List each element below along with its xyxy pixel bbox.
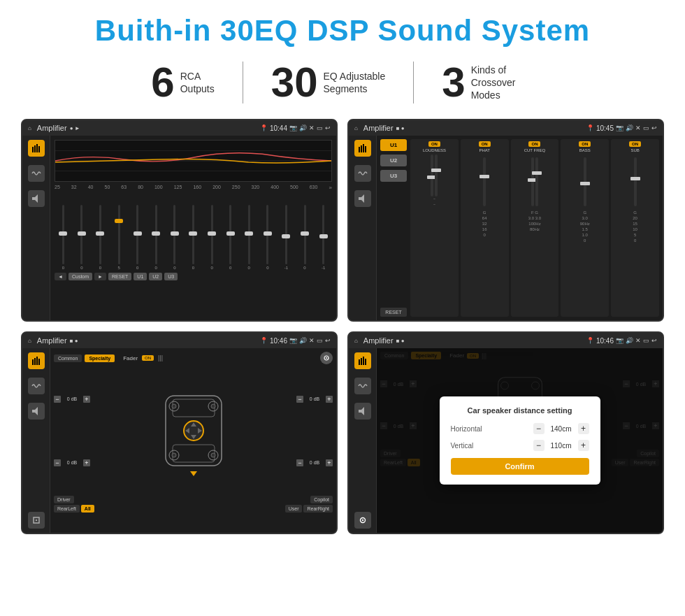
speaker-settings-icon[interactable] [320, 352, 333, 364]
screen-eq: ⌂ Amplifier ● ► 📍 10:44 📷 🔊 ✕ ▭ ↩ [21, 119, 338, 322]
dialog-plus-horizontal[interactable]: + [578, 423, 589, 434]
svg-rect-13 [32, 359, 34, 365]
svg-rect-9 [361, 145, 362, 152]
stat-item-rca: 6 RCA Outputs [123, 62, 243, 103]
main-title: Buith-in 30EQ DSP Sound System [21, 14, 664, 48]
eq-slider-2: 0 [92, 205, 109, 270]
eq-u1-btn[interactable]: U1 [134, 273, 147, 280]
screen-content-1: 25 32 40 50 63 80 100 125 160 200 250 32… [50, 136, 336, 320]
eq-prev-btn[interactable]: ◄ [55, 273, 66, 280]
sp-minus-bl[interactable]: − [54, 459, 61, 466]
sidebar-expand-icon-4[interactable] [354, 512, 371, 529]
mixer-reset[interactable]: RESET [380, 308, 407, 317]
mixer-loudness: ON LOUDNESS ~~ [410, 139, 459, 317]
eq-reset-btn[interactable]: RESET [108, 273, 131, 280]
eq-curve-svg [55, 141, 331, 181]
sidebar-speaker-icon[interactable] [28, 190, 45, 207]
eq-sliders: 0 0 0 5 0 0 0 0 0 0 0 0 -1 0 -1 [55, 193, 332, 270]
svg-rect-3 [38, 146, 40, 152]
sidebar-wave-icon-2[interactable] [354, 165, 371, 182]
sidebar-wave-icon[interactable] [28, 165, 45, 182]
eq-u2-btn[interactable]: U2 [149, 273, 162, 280]
sidebar-wave-icon-4[interactable] [354, 378, 371, 394]
eq-chart [55, 140, 332, 182]
btn-rearright[interactable]: RearRight [303, 505, 333, 513]
svg-rect-2 [36, 144, 38, 152]
eq-u3-btn[interactable]: U3 [164, 273, 178, 280]
sidebar-eq-icon[interactable] [28, 140, 45, 157]
sidebar-expand-icon-3[interactable] [28, 512, 45, 529]
speaker-right-ctrl: − 0 dB + − 0 dB + [296, 368, 333, 494]
btn-copilot[interactable]: Copilot [310, 496, 333, 503]
screen-speaker: ⌂ Amplifier ■ ● 📍 10:46 📷🔊✕▭↩ [21, 331, 338, 534]
eq-slider-12: -1 [277, 205, 295, 270]
home-icon-2[interactable]: ⌂ [354, 125, 358, 131]
home-icon-3[interactable]: ⌂ [28, 338, 31, 344]
btn-rearleft[interactable]: RearLeft [54, 505, 80, 513]
btn-driver[interactable]: Driver [54, 496, 74, 503]
sp-db-br: 0 dB [305, 460, 324, 465]
home-icon-1[interactable]: ⌂ [28, 125, 31, 131]
dialog-minus-horizontal[interactable]: − [533, 423, 545, 434]
channel-u1[interactable]: U1 [380, 139, 407, 151]
sp-minus-tr[interactable]: − [296, 396, 303, 403]
eq-custom-btn[interactable]: Custom [68, 273, 92, 280]
tab-common[interactable]: Common [54, 354, 82, 362]
eq-slider-0: 0 [55, 205, 72, 270]
eq-bottom-controls: ◄ Custom ► RESET U1 U2 U3 [55, 273, 332, 280]
screen-title-1: Amplifier [37, 124, 67, 132]
eq-freq-labels: 25 32 40 50 63 80 100 125 160 200 250 32… [55, 185, 332, 191]
svg-rect-11 [365, 146, 366, 152]
status-icons-1: 📍 10:44 📷 🔊 ✕ ▭ ↩ [260, 124, 331, 132]
screen-content-2: U1 U2 U3 RESET ON LOUDNESS [377, 136, 663, 320]
sidebar-1 [22, 136, 50, 320]
channel-select: U1 U2 U3 RESET [380, 139, 407, 317]
btn-user[interactable]: User [285, 505, 303, 513]
sp-plus-tr[interactable]: + [326, 396, 333, 403]
channel-u2[interactable]: U2 [380, 155, 407, 166]
sidebar-eq-icon-2[interactable] [354, 140, 371, 157]
play-icon-1: ● ► [70, 125, 80, 131]
close-icon-1: ✕ [309, 124, 315, 131]
confirm-button[interactable]: Confirm [451, 458, 589, 475]
stat-number-rca: 6 [151, 62, 174, 103]
dialog-overlay: Car speaker distance setting Horizontal … [377, 348, 663, 533]
sp-db-tr: 0 dB [305, 396, 324, 401]
svg-point-33 [172, 453, 176, 457]
svg-marker-41 [359, 407, 364, 415]
svg-point-35 [211, 453, 215, 457]
svg-rect-1 [34, 145, 36, 152]
home-icon-4[interactable]: ⌂ [354, 338, 358, 344]
svg-rect-16 [38, 359, 40, 365]
status-bar-1: ⌂ Amplifier ● ► 📍 10:44 📷 🔊 ✕ ▭ ↩ [22, 120, 336, 136]
btn-all[interactable]: All [81, 505, 94, 513]
time-1: 10:44 [270, 124, 287, 132]
sidebar-eq-icon-3[interactable] [28, 352, 45, 369]
svg-rect-39 [363, 357, 364, 365]
channel-u3[interactable]: U3 [380, 170, 407, 182]
sidebar-speaker-icon-3[interactable] [28, 403, 45, 420]
screen-inner-1: 25 32 40 50 63 80 100 125 160 200 250 32… [22, 136, 336, 320]
screen-inner-2: U1 U2 U3 RESET ON LOUDNESS [349, 136, 663, 320]
mixer-bass: ON BASS G 3.0 90Hz 1.5 1.0 0 [561, 139, 609, 317]
volume-icon-1: 🔊 [299, 124, 307, 131]
dialog-plus-vertical[interactable]: + [578, 440, 589, 451]
sidebar-speaker-icon-4[interactable] [354, 403, 371, 420]
sp-plus-br[interactable]: + [326, 459, 333, 466]
svg-rect-14 [34, 358, 36, 365]
eq-slider-11: 0 [259, 205, 277, 270]
eq-next-btn[interactable]: ► [94, 273, 106, 280]
status-bar-2: ⌂ Amplifier ■ ● 📍 10:45 📷🔊✕▭↩ [349, 120, 663, 136]
sidebar-eq-icon-4[interactable] [354, 352, 371, 369]
tab-specialty[interactable]: Specialty [85, 354, 115, 362]
screen-dialog: ⌂ Amplifier ■ ● 📍 10:46 📷🔊✕▭↩ [347, 331, 664, 534]
dialog-minus-vertical[interactable]: − [533, 440, 545, 451]
sp-minus-tl[interactable]: − [54, 396, 61, 403]
sp-plus-bl[interactable]: + [83, 459, 90, 466]
svg-rect-37 [359, 359, 360, 365]
sidebar-speaker-icon-2[interactable] [354, 190, 371, 207]
dot-icon-3: ■ ● [70, 338, 78, 344]
sidebar-wave-icon-3[interactable] [28, 378, 45, 394]
sp-minus-br[interactable]: − [296, 459, 303, 466]
sp-plus-tl[interactable]: + [83, 396, 90, 403]
